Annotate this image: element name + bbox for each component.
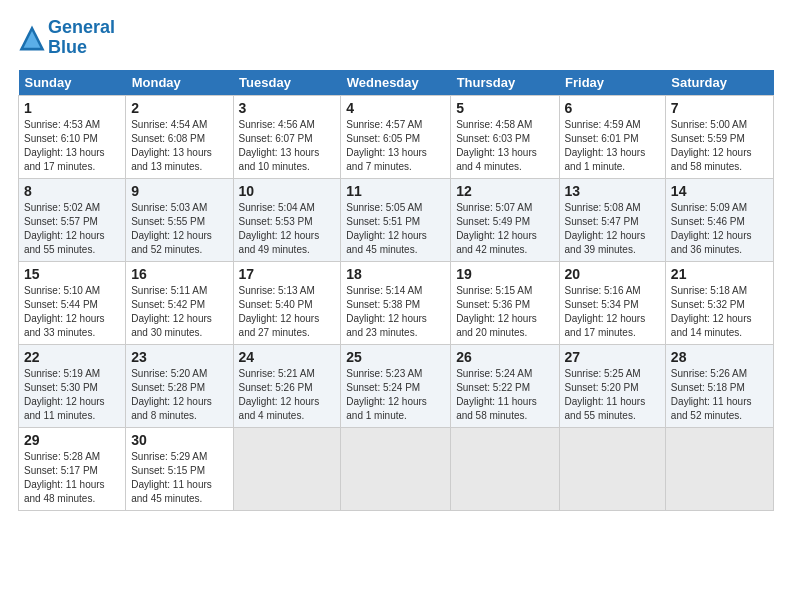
day-info: Sunrise: 5:09 AMSunset: 5:46 PMDaylight:… xyxy=(671,201,768,257)
day-number: 27 xyxy=(565,349,660,365)
col-tuesday: Tuesday xyxy=(233,70,341,96)
day-number: 21 xyxy=(671,266,768,282)
week-row-1: 1Sunrise: 4:53 AMSunset: 6:10 PMDaylight… xyxy=(19,95,774,178)
calendar-cell: 25Sunrise: 5:23 AMSunset: 5:24 PMDayligh… xyxy=(341,344,451,427)
calendar-cell: 12Sunrise: 5:07 AMSunset: 5:49 PMDayligh… xyxy=(451,178,559,261)
calendar-cell: 11Sunrise: 5:05 AMSunset: 5:51 PMDayligh… xyxy=(341,178,451,261)
calendar-cell: 15Sunrise: 5:10 AMSunset: 5:44 PMDayligh… xyxy=(19,261,126,344)
day-info: Sunrise: 5:23 AMSunset: 5:24 PMDaylight:… xyxy=(346,367,445,423)
day-number: 24 xyxy=(239,349,336,365)
header: General Blue xyxy=(18,18,774,58)
calendar-cell: 8Sunrise: 5:02 AMSunset: 5:57 PMDaylight… xyxy=(19,178,126,261)
calendar-cell: 23Sunrise: 5:20 AMSunset: 5:28 PMDayligh… xyxy=(126,344,233,427)
calendar-cell: 10Sunrise: 5:04 AMSunset: 5:53 PMDayligh… xyxy=(233,178,341,261)
calendar-cell: 19Sunrise: 5:15 AMSunset: 5:36 PMDayligh… xyxy=(451,261,559,344)
day-number: 28 xyxy=(671,349,768,365)
calendar-cell: 20Sunrise: 5:16 AMSunset: 5:34 PMDayligh… xyxy=(559,261,665,344)
calendar-cell: 2Sunrise: 4:54 AMSunset: 6:08 PMDaylight… xyxy=(126,95,233,178)
day-info: Sunrise: 5:19 AMSunset: 5:30 PMDaylight:… xyxy=(24,367,120,423)
header-row: Sunday Monday Tuesday Wednesday Thursday… xyxy=(19,70,774,96)
calendar-cell: 13Sunrise: 5:08 AMSunset: 5:47 PMDayligh… xyxy=(559,178,665,261)
day-info: Sunrise: 4:53 AMSunset: 6:10 PMDaylight:… xyxy=(24,118,120,174)
day-number: 4 xyxy=(346,100,445,116)
col-sunday: Sunday xyxy=(19,70,126,96)
day-number: 9 xyxy=(131,183,227,199)
calendar-cell: 22Sunrise: 5:19 AMSunset: 5:30 PMDayligh… xyxy=(19,344,126,427)
day-info: Sunrise: 5:11 AMSunset: 5:42 PMDaylight:… xyxy=(131,284,227,340)
day-info: Sunrise: 5:21 AMSunset: 5:26 PMDaylight:… xyxy=(239,367,336,423)
calendar-cell: 29Sunrise: 5:28 AMSunset: 5:17 PMDayligh… xyxy=(19,427,126,510)
day-number: 30 xyxy=(131,432,227,448)
week-row-2: 8Sunrise: 5:02 AMSunset: 5:57 PMDaylight… xyxy=(19,178,774,261)
col-friday: Friday xyxy=(559,70,665,96)
col-monday: Monday xyxy=(126,70,233,96)
day-number: 11 xyxy=(346,183,445,199)
day-number: 26 xyxy=(456,349,553,365)
day-number: 7 xyxy=(671,100,768,116)
day-info: Sunrise: 5:10 AMSunset: 5:44 PMDaylight:… xyxy=(24,284,120,340)
day-number: 12 xyxy=(456,183,553,199)
day-number: 25 xyxy=(346,349,445,365)
week-row-4: 22Sunrise: 5:19 AMSunset: 5:30 PMDayligh… xyxy=(19,344,774,427)
calendar-cell: 7Sunrise: 5:00 AMSunset: 5:59 PMDaylight… xyxy=(665,95,773,178)
day-info: Sunrise: 5:05 AMSunset: 5:51 PMDaylight:… xyxy=(346,201,445,257)
day-info: Sunrise: 5:29 AMSunset: 5:15 PMDaylight:… xyxy=(131,450,227,506)
day-info: Sunrise: 4:58 AMSunset: 6:03 PMDaylight:… xyxy=(456,118,553,174)
page: General Blue Sunday Monday Tuesday Wedne… xyxy=(0,0,792,521)
day-info: Sunrise: 4:59 AMSunset: 6:01 PMDaylight:… xyxy=(565,118,660,174)
day-number: 20 xyxy=(565,266,660,282)
calendar-cell: 16Sunrise: 5:11 AMSunset: 5:42 PMDayligh… xyxy=(126,261,233,344)
day-info: Sunrise: 5:20 AMSunset: 5:28 PMDaylight:… xyxy=(131,367,227,423)
week-row-5: 29Sunrise: 5:28 AMSunset: 5:17 PMDayligh… xyxy=(19,427,774,510)
day-info: Sunrise: 5:08 AMSunset: 5:47 PMDaylight:… xyxy=(565,201,660,257)
calendar-cell xyxy=(559,427,665,510)
day-info: Sunrise: 5:24 AMSunset: 5:22 PMDaylight:… xyxy=(456,367,553,423)
calendar-table: Sunday Monday Tuesday Wednesday Thursday… xyxy=(18,70,774,511)
day-info: Sunrise: 4:54 AMSunset: 6:08 PMDaylight:… xyxy=(131,118,227,174)
day-info: Sunrise: 5:14 AMSunset: 5:38 PMDaylight:… xyxy=(346,284,445,340)
day-info: Sunrise: 5:04 AMSunset: 5:53 PMDaylight:… xyxy=(239,201,336,257)
calendar-cell: 6Sunrise: 4:59 AMSunset: 6:01 PMDaylight… xyxy=(559,95,665,178)
day-number: 17 xyxy=(239,266,336,282)
day-info: Sunrise: 4:56 AMSunset: 6:07 PMDaylight:… xyxy=(239,118,336,174)
day-info: Sunrise: 5:26 AMSunset: 5:18 PMDaylight:… xyxy=(671,367,768,423)
calendar-cell: 24Sunrise: 5:21 AMSunset: 5:26 PMDayligh… xyxy=(233,344,341,427)
col-wednesday: Wednesday xyxy=(341,70,451,96)
day-number: 19 xyxy=(456,266,553,282)
day-info: Sunrise: 5:18 AMSunset: 5:32 PMDaylight:… xyxy=(671,284,768,340)
day-info: Sunrise: 5:28 AMSunset: 5:17 PMDaylight:… xyxy=(24,450,120,506)
calendar-cell: 18Sunrise: 5:14 AMSunset: 5:38 PMDayligh… xyxy=(341,261,451,344)
day-info: Sunrise: 5:15 AMSunset: 5:36 PMDaylight:… xyxy=(456,284,553,340)
day-info: Sunrise: 5:03 AMSunset: 5:55 PMDaylight:… xyxy=(131,201,227,257)
day-number: 10 xyxy=(239,183,336,199)
logo-icon xyxy=(18,24,46,52)
calendar-cell: 1Sunrise: 4:53 AMSunset: 6:10 PMDaylight… xyxy=(19,95,126,178)
day-number: 2 xyxy=(131,100,227,116)
day-number: 23 xyxy=(131,349,227,365)
day-number: 5 xyxy=(456,100,553,116)
calendar-cell: 9Sunrise: 5:03 AMSunset: 5:55 PMDaylight… xyxy=(126,178,233,261)
calendar-cell: 30Sunrise: 5:29 AMSunset: 5:15 PMDayligh… xyxy=(126,427,233,510)
day-info: Sunrise: 5:00 AMSunset: 5:59 PMDaylight:… xyxy=(671,118,768,174)
calendar-cell xyxy=(665,427,773,510)
calendar-cell xyxy=(451,427,559,510)
calendar-cell: 17Sunrise: 5:13 AMSunset: 5:40 PMDayligh… xyxy=(233,261,341,344)
col-saturday: Saturday xyxy=(665,70,773,96)
day-info: Sunrise: 5:25 AMSunset: 5:20 PMDaylight:… xyxy=(565,367,660,423)
calendar-cell xyxy=(233,427,341,510)
day-number: 16 xyxy=(131,266,227,282)
calendar-cell: 27Sunrise: 5:25 AMSunset: 5:20 PMDayligh… xyxy=(559,344,665,427)
day-info: Sunrise: 5:16 AMSunset: 5:34 PMDaylight:… xyxy=(565,284,660,340)
calendar-cell: 14Sunrise: 5:09 AMSunset: 5:46 PMDayligh… xyxy=(665,178,773,261)
day-number: 18 xyxy=(346,266,445,282)
col-thursday: Thursday xyxy=(451,70,559,96)
day-info: Sunrise: 5:13 AMSunset: 5:40 PMDaylight:… xyxy=(239,284,336,340)
day-number: 15 xyxy=(24,266,120,282)
calendar-cell: 21Sunrise: 5:18 AMSunset: 5:32 PMDayligh… xyxy=(665,261,773,344)
day-number: 29 xyxy=(24,432,120,448)
calendar-cell xyxy=(341,427,451,510)
day-number: 14 xyxy=(671,183,768,199)
logo-text: General Blue xyxy=(48,18,115,58)
calendar-cell: 5Sunrise: 4:58 AMSunset: 6:03 PMDaylight… xyxy=(451,95,559,178)
week-row-3: 15Sunrise: 5:10 AMSunset: 5:44 PMDayligh… xyxy=(19,261,774,344)
